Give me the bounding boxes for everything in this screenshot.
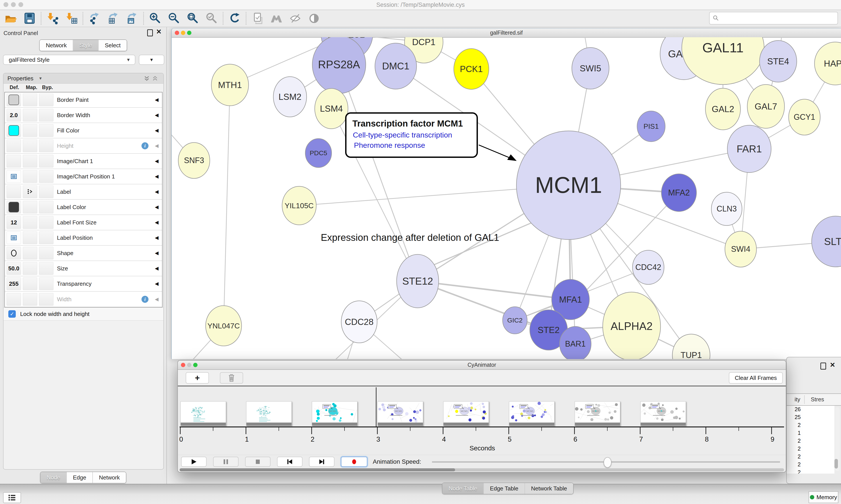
network-node-cdc42[interactable]: CDC42	[632, 250, 664, 284]
chevron-left-icon[interactable]: ◀	[155, 189, 159, 195]
export-table-button[interactable]	[104, 12, 123, 25]
search-documents-button[interactable]	[267, 12, 286, 25]
network-node-pis1[interactable]: PIS1	[637, 111, 665, 142]
network-node-alpha2[interactable]: ALPHA2	[603, 292, 661, 359]
close-panel-icon[interactable]: ✕	[156, 29, 162, 35]
property-map-cell[interactable]	[23, 185, 37, 198]
property-def-cell[interactable]	[6, 170, 21, 183]
property-def-cell[interactable]	[6, 155, 21, 167]
network-node-mfa2[interactable]: MFA2	[661, 174, 696, 212]
timeline-frame-1[interactable]	[246, 401, 292, 426]
import-table-button[interactable]	[62, 12, 81, 25]
property-byp-cell[interactable]	[39, 216, 53, 229]
memory-button[interactable]: Memory	[809, 491, 838, 503]
timeline-frame-2[interactable]: MCM1	[312, 401, 357, 426]
network-node-gal2[interactable]: GAL2	[705, 88, 740, 130]
timeline-frame-3[interactable]: MCM1	[378, 401, 423, 426]
table-cell-value[interactable]: 2	[787, 453, 801, 460]
property-def-cell[interactable]: 2.0	[6, 109, 21, 122]
property-map-cell[interactable]	[23, 201, 37, 214]
network-edge[interactable]	[223, 85, 230, 326]
network-node-ste12[interactable]: STE12	[397, 254, 439, 308]
annotation-link[interactable]: Cell-type-specific transcription	[353, 131, 452, 139]
expand-all-icon[interactable]	[144, 75, 150, 82]
timeline-frame-7[interactable]: MCM1	[640, 401, 686, 426]
property-byp-cell[interactable]	[39, 185, 53, 198]
collapse-all-icon[interactable]	[152, 75, 158, 82]
network-node-gal7[interactable]: GAL7	[747, 85, 785, 128]
network-node-swi5[interactable]: SWI5	[572, 48, 609, 89]
chevron-left-icon[interactable]: ◀	[155, 158, 159, 164]
info-icon[interactable]: i	[142, 142, 148, 149]
export-image-button[interactable]	[123, 12, 142, 25]
style-options-button[interactable]: ▼	[139, 55, 164, 65]
property-map-cell[interactable]	[23, 155, 37, 167]
property-row-size[interactable]: 50.0Size◀	[5, 261, 162, 276]
table-cell-value[interactable]: 2	[787, 422, 801, 428]
table-tab-edge-table[interactable]: Edge Table	[483, 483, 524, 494]
cyanimator-titlebar[interactable]: CyAnimator	[178, 361, 786, 370]
add-frame-button[interactable]: +	[186, 372, 209, 383]
property-byp-cell[interactable]	[39, 140, 53, 152]
network-node-ste4[interactable]: STE4	[759, 40, 797, 82]
zoom-in-button[interactable]	[146, 12, 164, 25]
property-byp-cell[interactable]	[39, 201, 53, 214]
tab-network[interactable]: Network	[40, 40, 73, 51]
property-map-cell[interactable]	[23, 247, 37, 259]
network-node-ynl047c[interactable]: YNL047C	[205, 306, 241, 346]
chevron-left-icon[interactable]: ◀	[155, 128, 159, 133]
import-network-button[interactable]	[43, 12, 62, 25]
network-node-rps28a[interactable]: RPS28A	[312, 37, 366, 93]
network-node-yil105c[interactable]: YIL105C	[282, 186, 316, 225]
float-panel-icon[interactable]	[147, 29, 153, 36]
table-cell-value[interactable]: 2	[787, 469, 801, 473]
network-window-titlebar[interactable]: galFiltered.sif	[172, 29, 841, 38]
property-row-label-font-size[interactable]: 12Label Font Size◀	[5, 215, 162, 230]
network-node-slt2[interactable]: SLT2	[812, 216, 841, 267]
property-row-label-position[interactable]: Label Position◀	[5, 230, 162, 246]
table-cell-value[interactable]: 2	[787, 461, 801, 468]
timeline-frame-5[interactable]: MCM1	[509, 401, 555, 426]
play-button[interactable]	[181, 457, 207, 467]
table-scrollbar[interactable]	[835, 407, 840, 471]
property-row-image-chart-position-1[interactable]: Image/Chart Position 1◀	[5, 169, 162, 184]
refresh-button[interactable]	[225, 12, 244, 25]
properties-header[interactable]: Properties ▼	[3, 73, 163, 84]
property-map-cell[interactable]	[23, 216, 37, 229]
property-byp-cell[interactable]	[39, 277, 53, 290]
property-byp-cell[interactable]	[39, 124, 53, 137]
zoom-fit-button[interactable]	[183, 12, 202, 25]
skip-end-button[interactable]	[309, 457, 335, 467]
table-tab-node-table[interactable]: Node Table	[442, 483, 483, 494]
save-session-button[interactable]	[20, 12, 39, 25]
property-row-label-color[interactable]: Label Color◀	[5, 200, 162, 215]
property-map-cell[interactable]	[23, 124, 37, 137]
chevron-left-icon[interactable]: ◀	[155, 281, 159, 287]
chevron-left-icon[interactable]: ◀	[155, 266, 159, 271]
timeline-playhead[interactable]	[376, 387, 376, 427]
search-box[interactable]	[709, 12, 838, 24]
property-byp-cell[interactable]	[39, 262, 53, 275]
property-row-border-paint[interactable]: Border Paint◀	[5, 92, 162, 108]
chevron-left-icon[interactable]: ◀	[155, 112, 159, 118]
timeline-frame-6[interactable]: MCM1	[575, 401, 620, 426]
timeline-frame-0[interactable]	[180, 401, 226, 426]
hide-details-button[interactable]	[286, 12, 305, 25]
tab-style[interactable]: Style	[73, 40, 99, 51]
style-selector[interactable]: galFiltered Style ▼	[3, 55, 135, 65]
property-byp-cell[interactable]	[39, 93, 53, 106]
chevron-left-icon[interactable]: ◀	[155, 143, 159, 149]
table-cell-value[interactable]: 2	[787, 438, 801, 444]
chevron-left-icon[interactable]: ◀	[155, 204, 159, 210]
close-panel-icon[interactable]: ✕	[830, 362, 835, 368]
chevron-left-icon[interactable]: ◀	[155, 296, 159, 302]
stop-button[interactable]	[245, 457, 270, 467]
property-map-cell[interactable]	[23, 262, 37, 275]
network-node-swi4[interactable]: SWI4	[725, 231, 756, 267]
property-map-cell[interactable]	[23, 293, 37, 306]
column-divider[interactable]	[804, 395, 805, 404]
property-def-cell[interactable]	[6, 124, 21, 137]
show-details-button[interactable]	[305, 12, 323, 25]
network-node-lsm4[interactable]: LSM4	[315, 88, 348, 129]
property-row-image-chart-1[interactable]: Image/Chart 1◀	[5, 154, 162, 169]
